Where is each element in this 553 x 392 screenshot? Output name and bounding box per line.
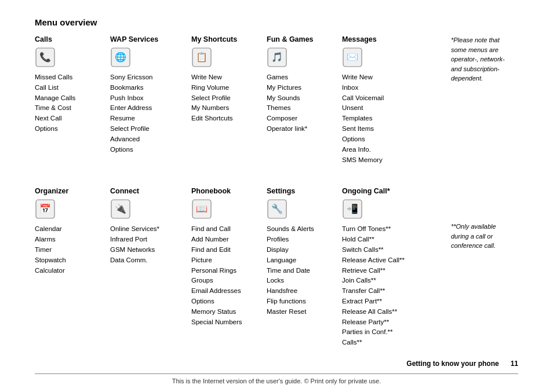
- list-item: Edit Shortcuts: [191, 113, 261, 124]
- list-item: Email Addresses: [191, 286, 261, 296]
- page-label: Getting to know your phone: [406, 360, 499, 368]
- list-item: Time & Cost: [35, 103, 104, 113]
- list-item: Themes: [267, 103, 336, 113]
- list-item: My Pictures: [267, 83, 336, 93]
- list-item: Language: [267, 255, 336, 266]
- col-organizer: Organizer 📅 Calendar Alarms Timer Stopwa…: [35, 187, 110, 348]
- list-item: Sony Ericsson: [110, 72, 185, 83]
- list-item: Manage Calls: [35, 93, 104, 104]
- col-calls-header: Calls: [35, 35, 104, 43]
- col-phonebook-header: Phonebook: [191, 187, 261, 195]
- col-note2: **Only available during a call or confer…: [446, 187, 518, 348]
- list-item: Find and Edit: [191, 245, 261, 255]
- col-wap-header: WAP Services: [110, 35, 185, 43]
- col-messages-header: Messages: [342, 35, 441, 43]
- list-item: Next Call: [35, 113, 104, 124]
- col-shortcuts-header: My Shortcuts: [191, 35, 261, 43]
- list-item: Memory Status: [191, 307, 261, 317]
- col-phonebook: Phonebook 📖 Find and Call Add Number Fin…: [191, 187, 267, 348]
- list-item: Sounds & Alerts: [267, 224, 336, 235]
- list-item: Missed Calls: [35, 72, 104, 83]
- phonebook-icon: 📖: [191, 199, 212, 219]
- list-item: Switch Calls**: [342, 245, 441, 255]
- col-messages: Messages ✉️ Write New Inbox Call Voicema…: [342, 35, 446, 165]
- ongoing-icon: 📲: [342, 199, 363, 219]
- col-calls-items: Missed Calls Call List Manage Calls Time…: [35, 72, 104, 134]
- col-calls: Calls 📞 Missed Calls Call List Manage Ca…: [35, 35, 110, 165]
- col-messages-items: Write New Inbox Call Voicemail Unsent Te…: [342, 72, 441, 165]
- list-item: Special Numbers: [191, 317, 261, 328]
- list-item: Add Number: [191, 235, 261, 245]
- list-item: Turn Off Tones**: [342, 224, 441, 235]
- list-item: Groups: [191, 276, 261, 286]
- list-item: Bookmarks: [110, 83, 185, 93]
- list-item: Picture: [191, 255, 261, 266]
- list-item: Time and Date: [267, 266, 336, 276]
- list-item: Write New: [342, 72, 441, 83]
- list-item: Composer: [267, 113, 336, 124]
- svg-text:📅: 📅: [39, 203, 51, 214]
- list-item: Profiles: [267, 235, 336, 245]
- list-item: Games: [267, 72, 336, 83]
- list-item: Select Profile: [191, 93, 261, 104]
- connect-icon: 🔌: [110, 199, 131, 219]
- list-item: Inbox: [342, 83, 441, 93]
- shortcuts-icon: 📋: [191, 47, 212, 68]
- col-wap: WAP Services 🌐 Sony Ericsson Bookmarks P…: [110, 35, 191, 165]
- list-item: Locks: [267, 276, 336, 286]
- page-title: Menu overview: [35, 17, 518, 27]
- list-item: Stopwatch: [35, 255, 104, 266]
- list-item: Transfer Call**: [342, 286, 441, 296]
- list-item: GSM Networks: [110, 245, 185, 255]
- list-item: Find and Call: [191, 224, 261, 235]
- list-item: Display: [267, 245, 336, 255]
- wap-icon: 🌐: [110, 47, 131, 68]
- list-item: Options: [342, 134, 441, 145]
- col-settings-header: Settings: [267, 187, 336, 195]
- col-fun: Fun & Games 🎵 Games My Pictures My Sound…: [267, 35, 342, 165]
- col-ongoing: Ongoing Call* 📲 Turn Off Tones** Hold Ca…: [342, 187, 446, 348]
- list-item: Select Profile: [110, 124, 185, 134]
- list-item: Resume: [110, 113, 185, 124]
- calls-icon: 📞: [35, 47, 56, 68]
- list-item: Alarms: [35, 235, 104, 245]
- settings-icon: 🔧: [267, 199, 288, 219]
- svg-text:🌐: 🌐: [115, 52, 126, 63]
- svg-text:📞: 📞: [39, 52, 51, 63]
- list-item: Master Reset: [267, 307, 336, 317]
- fun-icon: 🎵: [267, 47, 288, 68]
- list-item: Parties in Conf.**: [342, 327, 441, 338]
- col-organizer-items: Calendar Alarms Timer Stopwatch Calculat…: [35, 224, 104, 276]
- list-item: Retrieve Call**: [342, 266, 441, 276]
- list-item: Call List: [35, 83, 104, 93]
- list-item: Unsent: [342, 103, 441, 113]
- list-item: Timer: [35, 245, 104, 255]
- list-item: Data Comm.: [110, 255, 185, 266]
- organizer-icon: 📅: [35, 199, 56, 219]
- page: Menu overview Calls 📞 Missed Calls Call …: [0, 0, 553, 392]
- col-organizer-header: Organizer: [35, 187, 104, 195]
- list-item: Extract Part**: [342, 296, 441, 307]
- list-item: SMS Memory: [342, 155, 441, 166]
- col-ongoing-header: Ongoing Call*: [342, 187, 441, 195]
- svg-text:📋: 📋: [196, 52, 208, 63]
- col-connect-header: Connect: [110, 187, 185, 195]
- svg-text:📲: 📲: [347, 203, 358, 214]
- col-shortcuts-items: Write New Ring Volume Select Profile My …: [191, 72, 261, 124]
- list-item: Ring Volume: [191, 83, 261, 93]
- list-item: Enter Address: [110, 103, 185, 113]
- list-item: Options: [35, 124, 104, 134]
- col-phonebook-items: Find and Call Add Number Find and Edit P…: [191, 224, 261, 327]
- col-fun-items: Games My Pictures My Sounds Themes Compo…: [267, 72, 336, 134]
- col-connect: Connect 🔌 Online Services* Infrared Port…: [110, 187, 191, 348]
- col-ongoing-items: Turn Off Tones** Hold Call** Switch Call…: [342, 224, 441, 348]
- list-item: Call Voicemail: [342, 93, 441, 104]
- list-item: Options: [191, 296, 261, 307]
- list-item: Calculator: [35, 266, 104, 276]
- menu-section-1: Calls 📞 Missed Calls Call List Manage Ca…: [35, 35, 518, 165]
- list-item: Templates: [342, 113, 441, 124]
- svg-text:🔌: 🔌: [115, 203, 126, 214]
- svg-text:📖: 📖: [196, 203, 208, 214]
- list-item: Sent Items: [342, 124, 441, 134]
- list-item: Online Services*: [110, 224, 185, 235]
